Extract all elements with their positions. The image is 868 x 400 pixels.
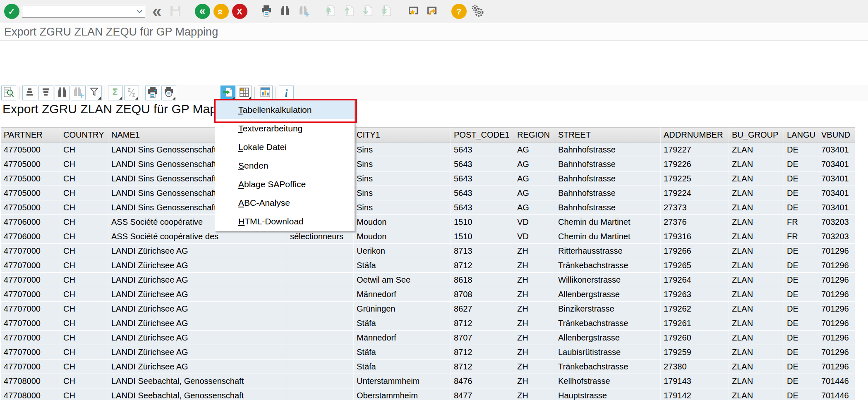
menu-item-senden[interactable]: Senden <box>215 156 355 175</box>
cell[interactable]: 179316 <box>661 229 729 244</box>
cell[interactable]: ZH <box>514 316 555 331</box>
cell[interactable]: CH <box>60 316 108 331</box>
cell[interactable]: 179225 <box>661 171 729 186</box>
menu-item-html-download[interactable]: HTML-Download <box>215 212 355 231</box>
cell[interactable]: 179265 <box>661 258 729 273</box>
cell[interactable]: Moudon <box>354 229 451 244</box>
cell[interactable]: Kellhofstrasse <box>555 374 661 388</box>
cell[interactable]: CH <box>60 345 108 360</box>
cell[interactable]: 8708 <box>451 287 514 302</box>
cell[interactable]: DE <box>784 273 818 287</box>
print-preview-button[interactable] <box>161 86 176 100</box>
cell[interactable]: AG <box>514 200 555 215</box>
cell[interactable]: 47707000 <box>1 302 60 316</box>
cell[interactable]: 179261 <box>661 316 729 331</box>
cell[interactable]: ZLAN <box>729 244 784 258</box>
cell[interactable]: 8476 <box>451 374 514 388</box>
cell[interactable]: 701296 <box>818 244 855 258</box>
cell[interactable]: 47705000 <box>1 157 60 171</box>
cell[interactable]: 703401 <box>818 200 855 215</box>
cell[interactable]: 179262 <box>661 302 729 316</box>
cell[interactable]: 703203 <box>818 215 855 229</box>
cell[interactable]: ZLAN <box>729 360 784 374</box>
column-header-region[interactable]: REGION <box>514 127 555 143</box>
cell[interactable]: Chemin du Martinet <box>555 229 661 244</box>
cell[interactable]: Oetwil am See <box>354 273 451 287</box>
cell[interactable]: VD <box>514 215 555 229</box>
cell[interactable]: 5643 <box>451 200 514 215</box>
cell[interactable]: DE <box>784 302 818 316</box>
menu-item-lokale-datei[interactable]: Lokale Datei <box>215 138 355 156</box>
cell[interactable]: Allenbergstrasse <box>555 331 661 345</box>
cell[interactable]: 701296 <box>818 345 855 360</box>
cell[interactable]: DE <box>784 287 818 302</box>
cell[interactable]: Grüningen <box>354 302 451 316</box>
cell[interactable]: 47705000 <box>1 143 60 157</box>
cell[interactable]: Unterstammheim <box>354 374 451 388</box>
cell[interactable]: 8627 <box>451 302 514 316</box>
cell[interactable]: Stäfa <box>354 316 451 331</box>
menu-item-tabellenkalkulation[interactable]: Tabellenkalkulation <box>215 100 355 119</box>
cell[interactable] <box>287 302 354 316</box>
cell[interactable]: 179226 <box>661 157 729 171</box>
cell[interactable]: LANDI Zürichsee AG <box>108 258 287 273</box>
cell[interactable]: ZLAN <box>729 374 784 388</box>
cell[interactable]: Tränkebachstrasse <box>555 258 661 273</box>
print-button[interactable] <box>145 86 160 100</box>
cell[interactable]: ZLAN <box>729 143 784 157</box>
total-button[interactable]: Σ <box>108 86 123 100</box>
column-header-post_code1[interactable]: POST_CODE1 <box>451 127 514 143</box>
cell[interactable]: 701446 <box>818 374 855 388</box>
cell[interactable]: 8712 <box>451 316 514 331</box>
cell[interactable]: ZH <box>514 388 555 400</box>
cell[interactable]: 703401 <box>818 143 855 157</box>
cell[interactable]: 47705000 <box>1 200 60 215</box>
cell[interactable]: CH <box>60 143 108 157</box>
cell[interactable]: DE <box>784 244 818 258</box>
cell[interactable]: 47705000 <box>1 171 60 186</box>
cell[interactable]: Sins <box>354 171 451 186</box>
cell[interactable]: 47707000 <box>1 258 60 273</box>
cell[interactable]: CH <box>60 287 108 302</box>
cell[interactable]: ZLAN <box>729 258 784 273</box>
cell[interactable] <box>287 273 354 287</box>
cell[interactable]: 179143 <box>661 374 729 388</box>
cell[interactable]: 179227 <box>661 143 729 157</box>
cell[interactable]: DE <box>784 157 818 171</box>
cell[interactable]: Sins <box>354 186 451 200</box>
cell[interactable]: DE <box>784 171 818 186</box>
cell[interactable]: 8712 <box>451 360 514 374</box>
cell[interactable]: ZH <box>514 244 555 258</box>
cell[interactable]: DE <box>784 345 818 360</box>
cell[interactable]: 5643 <box>451 186 514 200</box>
cell[interactable]: ZLAN <box>729 302 784 316</box>
cell[interactable]: 701296 <box>818 302 855 316</box>
cell[interactable]: ZLAN <box>729 215 784 229</box>
cell[interactable]: 701296 <box>818 258 855 273</box>
cell[interactable]: ZH <box>514 287 555 302</box>
cell[interactable] <box>287 345 354 360</box>
cell[interactable]: Männedorf <box>354 331 451 345</box>
cell[interactable]: CH <box>60 186 108 200</box>
cell[interactable]: FR <box>784 215 818 229</box>
cell[interactable]: CH <box>60 200 108 215</box>
column-header-vbund[interactable]: VBUND <box>818 127 855 143</box>
details-button[interactable] <box>1 86 16 100</box>
cell[interactable]: LANDI Zürichsee AG <box>108 316 287 331</box>
cell[interactable]: AG <box>514 157 555 171</box>
cell[interactable]: LANDI Zürichsee AG <box>108 345 287 360</box>
cell[interactable]: ZH <box>514 360 555 374</box>
cell[interactable]: ZLAN <box>729 186 784 200</box>
cell[interactable]: CH <box>60 215 108 229</box>
cell[interactable]: 179260 <box>661 331 729 345</box>
cell[interactable]: Ritterhausstrasse <box>555 244 661 258</box>
cell[interactable]: ASS Société coopérative des <box>108 229 287 244</box>
cell[interactable]: 47708000 <box>1 388 60 400</box>
cell[interactable]: Uerikon <box>354 244 451 258</box>
cell[interactable]: Bahnhofstrasse <box>555 200 661 215</box>
cell[interactable]: Sins <box>354 157 451 171</box>
cell[interactable]: LANDI Zürichsee AG <box>108 360 287 374</box>
cell[interactable]: ZH <box>514 273 555 287</box>
export-button[interactable] <box>221 86 235 100</box>
cell[interactable]: CH <box>60 258 108 273</box>
